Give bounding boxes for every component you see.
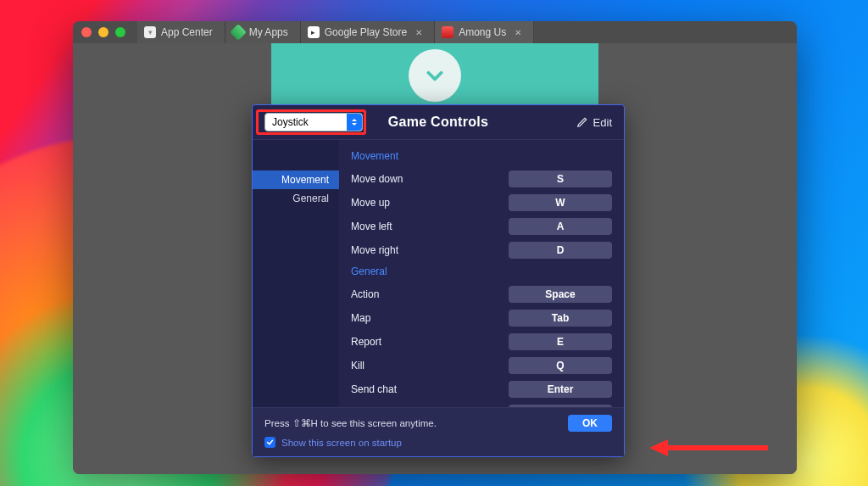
game-background: [271, 43, 598, 108]
window-minimize-button[interactable]: [98, 27, 108, 37]
tab-my-apps[interactable]: My Apps: [225, 21, 301, 43]
section-head-general: General: [351, 262, 612, 282]
edit-button[interactable]: Edit: [576, 116, 612, 129]
control-label: Move right: [351, 244, 398, 256]
pencil-icon: [576, 116, 588, 128]
control-label: Report: [351, 336, 381, 348]
svg-marker-1: [649, 439, 668, 456]
tab-strip: ▾ App Center My Apps ▸ Google Play Store…: [137, 21, 534, 43]
keycap[interactable]: D: [509, 242, 612, 259]
control-row: Move leftA: [351, 215, 612, 238]
tab-close-icon[interactable]: ✕: [415, 28, 422, 37]
tab-label: Google Play Store: [325, 26, 407, 38]
dropdown-caret-icon: [347, 114, 362, 131]
footer-hint: Press ⇧⌘H to see this screen anytime.: [264, 417, 437, 429]
keycap[interactable]: Q: [509, 357, 612, 374]
keycap[interactable]: A: [509, 218, 612, 235]
keycap[interactable]: Space: [509, 286, 612, 303]
startup-label: Show this screen on startup: [281, 438, 402, 448]
tab-close-icon[interactable]: ✕: [515, 28, 521, 37]
control-label: Kill: [351, 360, 364, 371]
sidebar-item-general[interactable]: General: [253, 189, 339, 208]
checkbox-checked-icon: [264, 437, 275, 448]
dialog-footer: Press ⇧⌘H to see this screen anytime. OK…: [253, 407, 624, 456]
control-row: Move upW: [351, 191, 612, 215]
control-row: Move rightD: [351, 238, 612, 262]
keycap[interactable]: S: [509, 170, 612, 187]
chevron-down-icon: [409, 49, 461, 102]
control-label: Move down: [351, 173, 403, 185]
my-apps-icon: [230, 24, 247, 41]
game-controls-dialog: Joystick Game Controls Edit Movement Gen…: [252, 104, 625, 457]
keycap[interactable]: E: [509, 333, 612, 350]
app-center-icon: ▾: [144, 26, 156, 38]
keycap[interactable]: Tab: [509, 310, 612, 327]
control-label: Move up: [351, 197, 390, 209]
play-store-icon: ▸: [308, 26, 320, 38]
control-row: MapTab: [351, 306, 612, 330]
app-viewport: Joystick Game Controls Edit Movement Gen…: [73, 43, 797, 474]
control-row: ReportE: [351, 330, 612, 354]
tab-label: Among Us: [459, 26, 506, 38]
edit-label: Edit: [593, 116, 612, 129]
titlebar: ▾ App Center My Apps ▸ Google Play Store…: [73, 21, 797, 43]
controls-list: Movement Move downS Move upW Move leftA …: [339, 140, 624, 407]
control-row: ChatC: [351, 401, 612, 407]
control-row: KillQ: [351, 354, 612, 377]
tab-play-store[interactable]: ▸ Google Play Store ✕: [301, 21, 435, 43]
sidebar-item-movement[interactable]: Movement: [253, 170, 339, 189]
control-row: Move downS: [351, 167, 612, 191]
ok-button[interactable]: OK: [568, 415, 612, 432]
control-label: Action: [351, 288, 379, 300]
sidebar: Movement General: [253, 140, 339, 407]
control-label: Send chat: [351, 383, 397, 395]
annotation-arrow: [649, 435, 768, 461]
control-row: Send chatEnter: [351, 377, 612, 401]
dialog-header: Joystick Game Controls Edit: [253, 105, 624, 139]
emulator-window: ▾ App Center My Apps ▸ Google Play Store…: [73, 21, 797, 474]
tab-app-center[interactable]: ▾ App Center: [137, 21, 225, 43]
tab-among-us[interactable]: Among Us ✕: [435, 21, 534, 43]
section-head-movement: Movement: [351, 147, 612, 167]
tab-label: My Apps: [249, 26, 288, 38]
keycap[interactable]: W: [509, 194, 612, 211]
dropdown-value: Joystick: [272, 116, 309, 128]
window-close-button[interactable]: [81, 27, 92, 37]
window-zoom-button[interactable]: [115, 27, 125, 37]
scheme-dropdown[interactable]: Joystick: [264, 113, 363, 131]
control-label: Map: [351, 312, 370, 324]
among-us-icon: [442, 26, 453, 38]
tab-label: App Center: [161, 26, 213, 38]
control-label: Move left: [351, 221, 392, 232]
startup-checkbox[interactable]: Show this screen on startup: [264, 437, 612, 448]
keycap[interactable]: Enter: [509, 381, 612, 398]
control-row: ActionSpace: [351, 282, 612, 306]
